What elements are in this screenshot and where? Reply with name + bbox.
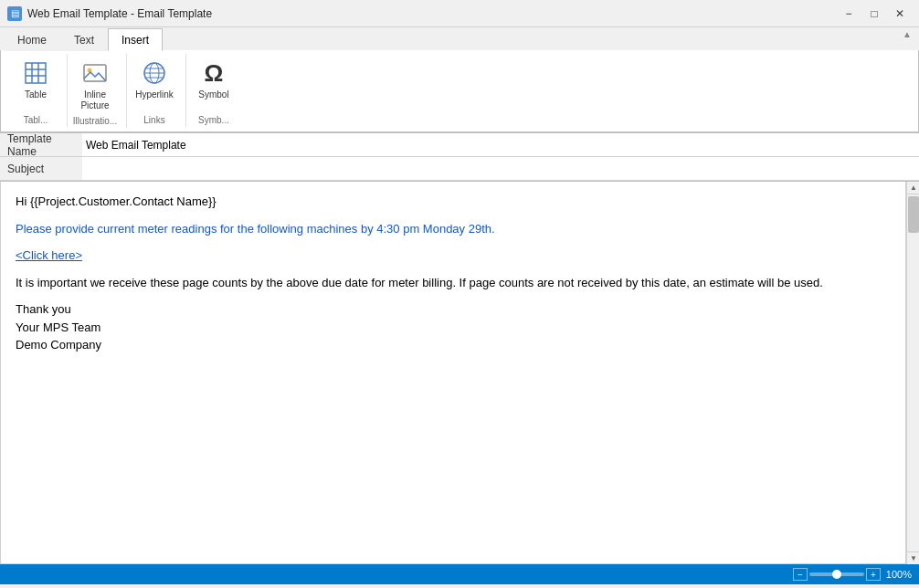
scroll-down-button[interactable]: ▼ <box>907 551 919 564</box>
editor-line-2-text: Please provide current meter readings fo… <box>16 222 495 236</box>
ribbon-collapse-button[interactable]: ▲ <box>899 27 915 41</box>
window-controls: − □ ✕ <box>837 5 912 23</box>
tab-text[interactable]: Text <box>60 28 108 51</box>
ribbon-group-symbol: Ω Symbol Symb... <box>186 54 245 127</box>
template-name-input[interactable] <box>82 133 919 156</box>
ribbon-tabs: Home Text Insert ▲ <box>0 27 919 50</box>
svg-rect-5 <box>84 65 106 81</box>
zoom-level: 100% <box>886 569 912 580</box>
editor-scrollbar[interactable]: ▲ ▼ <box>906 182 919 564</box>
template-name-label: Template Name <box>0 132 82 158</box>
ribbon-items-table: Table <box>12 56 59 113</box>
hyperlink-icon <box>140 58 169 88</box>
ribbon-item-hyperlink[interactable]: Hyperlink <box>131 56 178 103</box>
form-area: Template Name Subject <box>0 133 919 182</box>
editor-line-2: Please provide current meter readings fo… <box>16 220 891 238</box>
maximize-button[interactable]: □ <box>862 5 886 23</box>
click-here-link[interactable]: <Click here> <box>16 248 82 262</box>
ribbon-items-illustrations: InlinePicture <box>71 56 119 114</box>
editor-line-3: <Click here> <box>16 247 891 265</box>
editor-line-4: It is important we receive these page co… <box>16 274 891 292</box>
app-icon-symbol: ▤ <box>11 8 19 18</box>
status-bar: − + 100% <box>0 564 919 584</box>
close-button[interactable]: ✕ <box>888 5 912 23</box>
ribbon-group-illustrations: InlinePicture Illustratio... <box>68 54 127 128</box>
scroll-up-button[interactable]: ▲ <box>907 182 919 194</box>
ribbon-item-inline-picture[interactable]: InlinePicture <box>71 56 119 114</box>
minimize-button[interactable]: − <box>837 5 861 23</box>
hyperlink-label: Hyperlink <box>135 89 174 100</box>
editor-line-1: Hi {{Project.Customer.Contact Name}} <box>16 193 891 211</box>
editor-closing: Thank you Your MPS Team Demo Company <box>16 300 891 354</box>
window-title: Web Email Template - Email Template <box>27 7 212 20</box>
editor-area[interactable]: Hi {{Project.Customer.Contact Name}} Ple… <box>0 182 906 564</box>
tab-insert[interactable]: Insert <box>108 28 163 51</box>
ribbon-group-links: Hyperlink Links <box>127 54 186 127</box>
zoom-controls: − + 100% <box>793 568 912 581</box>
zoom-in-button[interactable]: + <box>866 568 881 581</box>
ribbon-wrapper: Home Text Insert ▲ <box>0 27 919 133</box>
scroll-thumb[interactable] <box>908 196 919 233</box>
symbol-icon: Ω <box>199 58 228 88</box>
ribbon-item-symbol[interactable]: Ω Symbol <box>190 56 238 103</box>
illustrations-group-label: Illustratio... <box>71 114 119 126</box>
zoom-slider-thumb <box>832 570 841 579</box>
ribbon-items-links: Hyperlink <box>131 56 178 113</box>
subject-input[interactable] <box>82 157 919 180</box>
tab-home[interactable]: Home <box>4 28 60 51</box>
editor-container: Hi {{Project.Customer.Contact Name}} Ple… <box>0 182 919 564</box>
table-group-label: Tabl... <box>12 113 59 125</box>
subject-label: Subject <box>0 163 82 175</box>
subject-row: Subject <box>0 157 919 181</box>
ribbon-content: Table Tabl... InlinePicture <box>0 50 919 132</box>
app-icon: ▤ <box>7 6 22 21</box>
symbol-label: Symbol <box>198 89 228 100</box>
table-label: Table <box>25 89 47 100</box>
ribbon-group-table: Table Tabl... <box>8 54 68 127</box>
links-group-label: Links <box>131 113 178 125</box>
svg-rect-0 <box>26 63 46 83</box>
zoom-slider[interactable] <box>809 572 864 576</box>
inline-picture-label: InlinePicture <box>80 89 109 111</box>
zoom-out-button[interactable]: − <box>793 568 808 581</box>
table-icon <box>21 58 50 88</box>
template-name-row: Template Name <box>0 133 919 157</box>
ribbon-item-table[interactable]: Table <box>12 56 59 103</box>
title-bar-left: ▤ Web Email Template - Email Template <box>7 6 212 21</box>
title-bar: ▤ Web Email Template - Email Template − … <box>0 0 919 27</box>
ribbon-items-symbol: Ω Symbol <box>190 56 238 113</box>
inline-picture-icon <box>80 58 110 88</box>
symbol-group-label: Symb... <box>190 113 238 125</box>
